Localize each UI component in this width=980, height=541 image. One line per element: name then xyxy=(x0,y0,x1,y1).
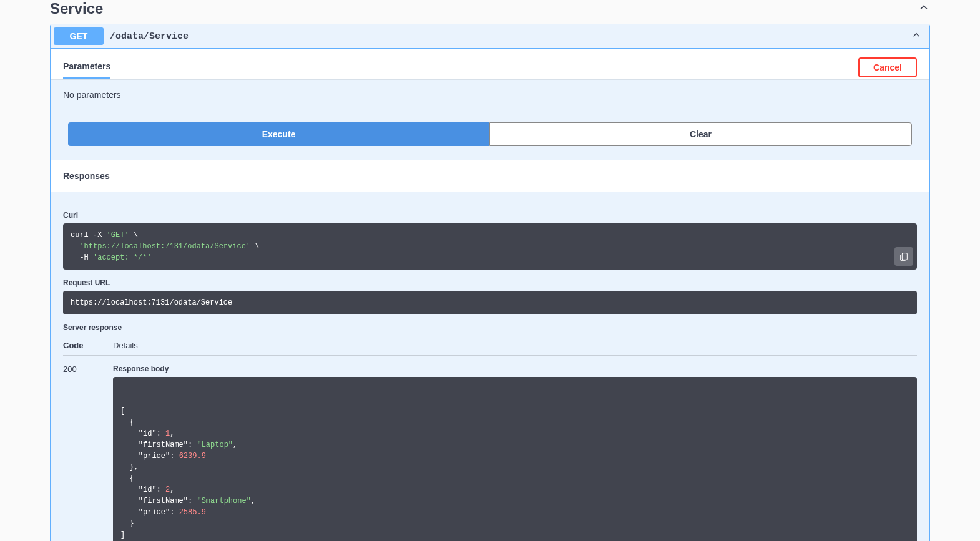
no-parameters-text: No parameters xyxy=(63,90,917,100)
response-body-label: Response body xyxy=(113,364,917,373)
parameters-header: Parameters Cancel xyxy=(51,49,929,79)
response-body-block: [ { "id": 1, "firstName": "Laptop", "pri… xyxy=(113,377,917,541)
clear-button[interactable]: Clear xyxy=(489,122,912,146)
status-code: 200 xyxy=(63,364,113,541)
responses-title: Responses xyxy=(63,171,110,181)
responses-body: Curl curl -X 'GET' \ 'https://localhost:… xyxy=(51,192,929,541)
code-column-header: Code xyxy=(63,341,113,350)
operation-summary[interactable]: GET /odata/Service xyxy=(51,24,929,49)
operation-collapse-toggle[interactable] xyxy=(911,29,922,43)
chevron-up-icon xyxy=(918,1,930,14)
responses-header: Responses xyxy=(51,160,929,192)
response-table-header: Code Details xyxy=(63,336,917,356)
response-details: Response body [ { "id": 1, "firstName": … xyxy=(113,364,917,541)
operation-block: GET /odata/Service Parameters Cancel No … xyxy=(50,24,930,541)
server-response-label: Server response xyxy=(63,323,917,332)
copy-curl-button[interactable] xyxy=(894,247,913,266)
chevron-up-icon xyxy=(911,29,922,41)
parameters-tab[interactable]: Parameters xyxy=(63,55,110,79)
clipboard-icon xyxy=(899,251,909,261)
curl-label: Curl xyxy=(63,211,917,220)
request-url-block: https://localhost:7131/odata/Service xyxy=(63,291,917,314)
execute-button[interactable]: Execute xyxy=(68,122,489,146)
section-title: Service xyxy=(50,0,103,17)
endpoint-path: /odata/Service xyxy=(110,31,189,42)
details-column-header: Details xyxy=(113,341,138,350)
cancel-button[interactable]: Cancel xyxy=(858,57,917,77)
request-url-label: Request URL xyxy=(63,278,917,287)
section-collapse-toggle[interactable] xyxy=(918,1,930,16)
response-row: 200 Response body [ { "id": 1, "firstNam… xyxy=(63,356,917,541)
method-badge: GET xyxy=(54,27,104,45)
svg-rect-0 xyxy=(902,253,907,260)
curl-block: curl -X 'GET' \ 'https://localhost:7131/… xyxy=(63,223,917,270)
action-buttons: Execute Clear xyxy=(68,122,912,146)
parameters-body: No parameters Execute Clear xyxy=(51,79,929,160)
section-header: Service xyxy=(50,0,930,24)
